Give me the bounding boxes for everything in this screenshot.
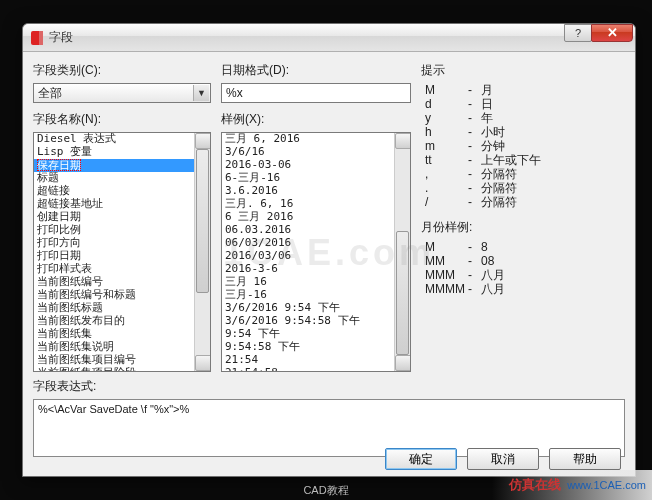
category-value: 全部 (38, 85, 62, 102)
dialog-footer: 确定 取消 帮助 (23, 448, 635, 470)
month-sample-label: 月份样例: (421, 219, 625, 236)
window-title: 字段 (49, 29, 73, 46)
hints-table: M-月d-日y-年h-小时m-分钟tt-上午或下午,-分隔符.-分隔符/-分隔符 (421, 83, 625, 209)
middle-column: 日期格式(D): %x 样例(X): 三月 6, 20163/6/162016-… (221, 60, 411, 372)
help-button[interactable]: ? (564, 24, 592, 42)
chevron-down-icon: ▼ (193, 85, 209, 101)
scroll-up-icon[interactable]: ▲ (195, 133, 211, 149)
dialog-body: 字段类别(C): 全部 ▼ 字段名称(N): Diesel 表达式Lisp 变量… (23, 52, 635, 476)
month-sample-table: M-8MM-08MMM-八月MMMM-八月 (421, 240, 625, 296)
expression-label: 字段表达式: (33, 378, 625, 395)
right-column: 提示 M-月d-日y-年h-小时m-分钟tt-上午或下午,-分隔符.-分隔符/-… (421, 60, 625, 372)
list-item[interactable]: 当前图纸集项目阶段 (34, 367, 210, 372)
close-button[interactable]: ✕ (591, 24, 633, 42)
scrollbar[interactable]: ▲ ▼ (194, 133, 210, 371)
hints-label: 提示 (421, 62, 625, 79)
ok-button[interactable]: 确定 (385, 448, 457, 470)
list-item[interactable]: Lisp 变量 (34, 146, 210, 159)
field-names-list[interactable]: Diesel 表达式Lisp 变量保存日期标题超链接超链接基地址创建日期打印比例… (33, 132, 211, 372)
autocad-icon (31, 31, 43, 45)
scroll-up-icon[interactable]: ▲ (395, 133, 411, 149)
list-item[interactable]: 保存日期 (34, 159, 210, 172)
scroll-down-icon[interactable]: ▼ (395, 355, 411, 371)
scroll-down-icon[interactable]: ▼ (195, 355, 211, 371)
category-label: 字段类别(C): (33, 62, 211, 79)
samples-label: 样例(X): (221, 111, 411, 128)
samples-list[interactable]: 三月 6, 20163/6/162016-03-066-三月-163.6.201… (221, 132, 411, 372)
date-format-label: 日期格式(D): (221, 62, 411, 79)
cancel-button[interactable]: 取消 (467, 448, 539, 470)
list-item[interactable]: 21:54:58 (222, 367, 410, 372)
field-dialog: 字段 ? ✕ 字段类别(C): 全部 ▼ 字段名称(N): Diesel 表达式… (22, 23, 636, 477)
date-format-input[interactable]: %x (221, 83, 411, 103)
titlebar[interactable]: 字段 ? ✕ (23, 24, 635, 52)
names-label: 字段名称(N): (33, 111, 211, 128)
scrollbar[interactable]: ▲ ▼ (394, 133, 410, 371)
left-column: 字段类别(C): 全部 ▼ 字段名称(N): Diesel 表达式Lisp 变量… (33, 60, 211, 372)
help-button[interactable]: 帮助 (549, 448, 621, 470)
category-combo[interactable]: 全部 ▼ (33, 83, 211, 103)
window-buttons: ? ✕ (565, 24, 633, 42)
